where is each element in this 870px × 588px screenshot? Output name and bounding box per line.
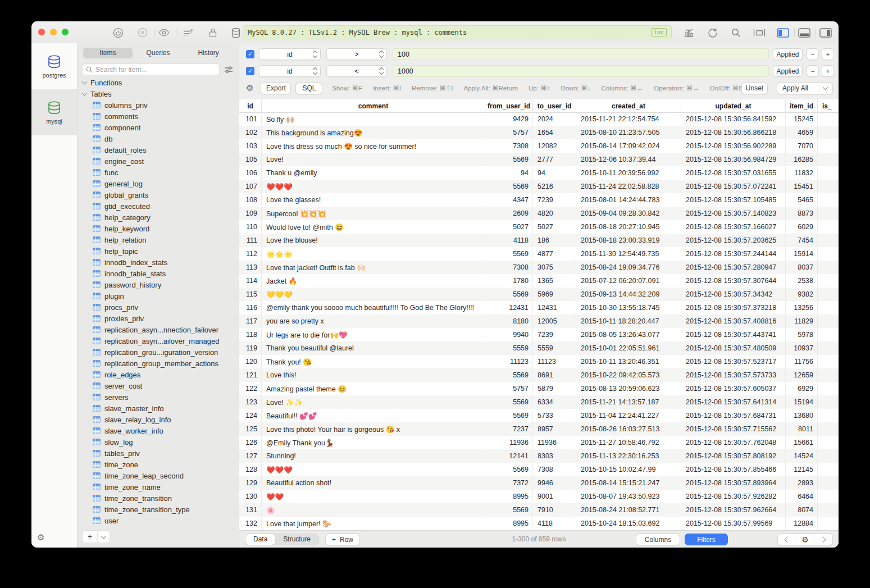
add-filter-button[interactable]: + [822,65,834,77]
table-row[interactable]: 114Jacket 🔥178013652015-07-12 06:20:07.0… [239,274,839,288]
table-row[interactable]: 106Thank u @emily94942015-10-11 20:39:56… [239,166,839,180]
table-row[interactable]: 105Love!556927772015-12-06 10:37:39.4420… [239,153,839,166]
add-item-plus[interactable]: + [83,531,98,542]
filter-enabled-checkbox[interactable]: ✓ [246,50,254,58]
column-header-created_at[interactable]: created_at [576,99,681,112]
filter-value-input[interactable]: 1000 [393,65,769,77]
table-row[interactable]: 119Thank you beautiful @laurel5559555920… [239,341,839,355]
applied-button[interactable]: Applied [773,48,803,60]
sidebar-item-table-user[interactable]: user [78,515,239,526]
sidebar-item-table-time_zone_transition_type[interactable]: time_zone_transition_type [78,504,239,515]
unset-button[interactable]: Unset [741,83,768,94]
table-row[interactable]: 129Beautiful action shot!737299462015-08… [239,476,839,490]
toggle-bottom-panel-icon[interactable] [798,26,811,39]
table-row[interactable]: 130❤️❤️899590012015-08-07 19:43:50.92320… [239,490,839,503]
sidebar-item-table-replication_group_member_actions[interactable]: replication_group_member_actions [78,358,239,369]
database-icon[interactable] [229,26,243,39]
tab-history[interactable]: History [184,48,233,58]
tree-group-tables[interactable]: Tables [78,88,239,99]
column-header-to_user_id[interactable]: to_user_id [533,99,576,112]
toggle-left-panel-icon[interactable] [776,26,790,39]
lock-icon[interactable] [206,26,220,39]
sidebar-item-table-replication_asyn...nnection_failover[interactable]: replication_asyn...nnection_failover [78,324,239,335]
stats-chart-icon[interactable] [682,26,695,39]
table-row[interactable]: 128❤️❤️❤️556973082015-10-15 10:02:47.992… [239,463,839,476]
search-icon[interactable] [729,26,743,39]
filter-operator-select[interactable]: < [326,65,387,77]
close-window-button[interactable] [38,29,45,35]
table-row[interactable]: 120Thank you! 😘11123111232015-10-11 13:2… [239,355,839,368]
sidebar-item-table-replication_grou...iguration_version[interactable]: replication_grou...iguration_version [78,347,239,358]
table-row[interactable]: 124Beautiful!! 💕💕556957332015-11-04 12:2… [239,409,839,422]
table-row[interactable]: 117you are so pretty x8180120052015-10-1… [239,314,839,328]
column-header-id[interactable]: id [239,99,262,112]
table-row[interactable]: 113Love that jacket! Outfit is fab 🙌🏻730… [239,261,839,274]
sidebar-item-table-procs_priv[interactable]: procs_priv [78,302,239,313]
sidebar-item-table-general_log[interactable]: general_log [78,178,239,189]
sidebar-item-table-help_topic[interactable]: help_topic [78,245,239,257]
column-header-comment[interactable]: comment [262,99,485,112]
sidebar-item-table-time_zone_name[interactable]: time_zone_name [78,481,239,493]
columns-view-icon[interactable] [753,26,766,39]
table-row[interactable]: 111Love the blouse!41181862015-08-18 23:… [239,234,839,247]
column-header-item_id[interactable]: item_id [786,99,818,112]
sidebar-item-table-server_cost[interactable]: server_cost [78,380,239,391]
sidebar-item-table-gtid_executed[interactable]: gtid_executed [78,200,239,212]
table-row[interactable]: 103Love this dress so much 😍 so nice for… [239,139,839,153]
sidebar-item-table-help_category[interactable]: help_category [78,212,239,223]
sidebar-item-table-columns_priv[interactable]: columns_priv [78,99,239,111]
search-input[interactable]: Search for item... [82,63,220,75]
connect-icon[interactable] [111,26,125,39]
table-row[interactable]: 116@emily thank you soooo much beautiful… [239,301,839,314]
filter-sliders-icon[interactable] [224,66,233,74]
remove-filter-button[interactable]: − [807,65,819,77]
refresh-icon[interactable] [706,26,719,39]
table-row[interactable]: 127Stunning!1214183032015-11-13 22:30:16… [239,449,839,463]
table-row[interactable]: 112🌟🌟🌟556948772015-11-30 12:54:49.735201… [239,247,839,261]
zoom-window-button[interactable] [62,29,69,35]
filter-settings-gear-icon[interactable]: ⚙ [246,83,253,93]
sidebar-item-table-proxies_priv[interactable]: proxies_priv [78,313,239,324]
table-row[interactable]: 110Would love to! @mith 😄502750272015-08… [239,220,839,234]
sidebar-item-table-innodb_index_stats[interactable]: innodb_index_stats [78,257,239,268]
sidebar-item-table-slow_log[interactable]: slow_log [78,436,239,448]
sidebar-item-table-plugin[interactable]: plugin [78,290,239,302]
remove-filter-button[interactable]: − [807,48,819,60]
table-row[interactable]: 121Love this!556986912015-10-22 09:42:05… [239,368,839,382]
connections-settings-gear-icon[interactable]: ⚙ [37,532,44,543]
table-row[interactable]: 102This background is amazing😍5757165420… [239,126,839,139]
columns-button[interactable]: Columns [636,534,680,545]
disconnect-icon[interactable] [136,26,149,39]
preview-eye-icon[interactable] [157,26,171,39]
sidebar-item-table-default_roles[interactable]: default_roles [78,144,239,156]
import-list-icon[interactable] [181,26,195,39]
table-row[interactable]: 101So fly 🙌🏼942920242015-11-21 22:12:54.… [239,112,839,126]
filter-column-select[interactable]: id [259,65,321,77]
sidebar-item-table-innodb_table_stats[interactable]: innodb_table_stats [78,268,239,279]
sidebar-item-table-global_grants[interactable]: global_grants [78,189,239,200]
applied-button[interactable]: Applied [773,65,803,77]
table-row[interactable]: 126@Emily Thank you💃🏽11936119362015-11-2… [239,436,839,449]
table-row[interactable]: 109Supercool 💥💥💥260948202015-09-04 09:28… [239,207,839,220]
column-header-updated_at[interactable]: updated_at [681,99,786,112]
sidebar-item-table-time_zone[interactable]: time_zone [78,459,239,470]
sidebar-item-table-comments[interactable]: comments [78,111,239,122]
table-row[interactable]: 118Ur legs are to die for🙌💖994072392015-… [239,328,839,341]
connection-item-mysql[interactable]: mysql [31,89,77,135]
apply-all-button[interactable]: Apply All [777,83,833,94]
table-row[interactable]: 107❤️❤️❤️556952162015-11-24 22:02:58.828… [239,180,839,193]
table-row[interactable]: 132Love that jumper! 🐎899541182015-10-24… [239,517,839,530]
minimize-window-button[interactable] [50,29,57,35]
sidebar-item-table-tables_priv[interactable]: tables_priv [78,448,239,459]
next-page-button[interactable] [814,537,832,542]
filter-column-select[interactable]: id [259,48,321,60]
table-row[interactable]: 123Love! ✨✨556963342015-11-21 14:13:57.1… [239,395,839,409]
column-header-from_user_id[interactable]: from_user_id [485,99,533,112]
add-item-split-button[interactable]: + [82,530,110,543]
tab-queries[interactable]: Queries [134,48,183,58]
column-header-is_[interactable]: is_ [818,99,839,112]
filter-operator-select[interactable]: > [326,48,387,60]
export-button[interactable]: Export [261,83,291,94]
toggle-right-panel-icon[interactable] [819,26,832,39]
sidebar-item-table-servers[interactable]: servers [78,391,239,403]
